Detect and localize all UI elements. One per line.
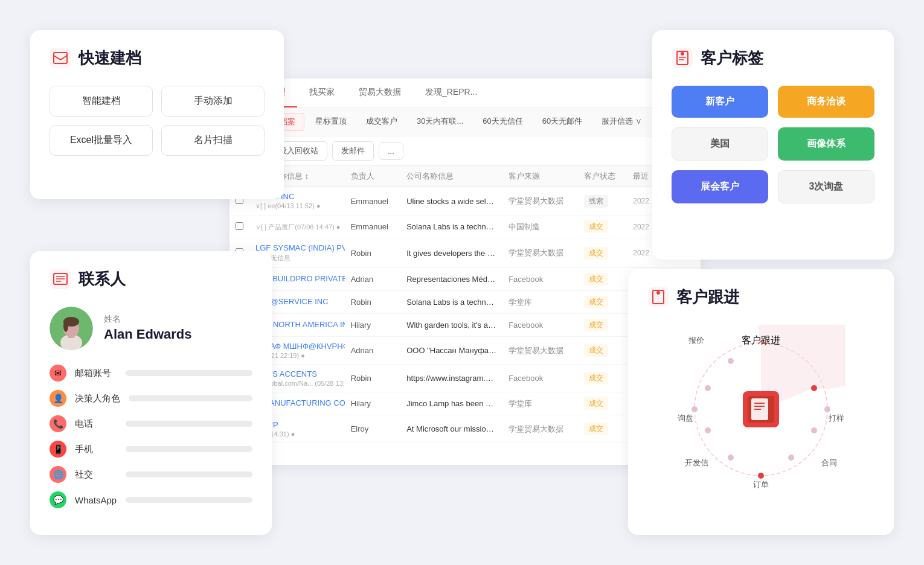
svg-point-25 [811,427,817,433]
contact-field-row: 📱 手机 [50,441,252,458]
crm-tab-find-buyer[interactable]: 找买家 [297,78,347,107]
row-origin: Facebook [502,365,578,392]
row-origin: 学堂库 [502,392,578,415]
field-label: 手机 [75,444,117,455]
field-bar [126,471,252,477]
field-label: 决策人角色 [75,393,120,404]
row-origin: 学堂贸易大数据 [502,415,578,443]
contact-name-block: 姓名 Alan Edwards [104,314,191,343]
tag-portrait-system[interactable]: 画像体系 [778,127,874,161]
tag-usa[interactable]: 美国 [672,127,768,161]
field-icon: ✉ [50,365,66,381]
row-source-desc: Uline stocks a wide selection of... [400,187,502,215]
followup-icon [647,286,669,308]
followup-card: 客户跟进 [628,269,894,535]
col-status: 客户状态 [578,166,627,187]
toolbar-email-btn[interactable]: 发邮件 [332,141,374,161]
quick-archive-title-text: 快速建档 [79,48,141,69]
contact-field-row: 💬 WhatsApp [50,491,252,508]
field-bar [126,446,252,452]
contact-field-row: 📞 电话 [50,415,252,432]
field-label: WhatsApp [75,495,117,505]
row-source-desc: Solana Labs is a technology co... [400,291,502,314]
row-owner: Adrian [345,268,401,291]
contact-header: 姓名 Alan Edwards [50,307,252,350]
crm-subtab-star[interactable]: 星标置顶 [307,113,355,131]
table-row[interactable]: ULINE INC ∨[ ] ee(04/13 11:52) ● Emmanue… [229,187,701,215]
col-owner: 负责人 [345,166,401,187]
svg-point-27 [758,473,764,479]
followup-title-text: 客户跟进 [676,287,739,308]
contact-name-label: 姓名 [104,314,191,325]
row-status: 成交 [578,238,627,268]
manual-add-btn[interactable]: 手动添加 [161,86,265,117]
row-source-desc: ООО "Нассан Мануфактурерс... [400,337,502,365]
toolbar-more-btn[interactable]: ... [379,142,403,160]
crm-subtab-open-dev[interactable]: 服开信选 ∨ [593,113,650,131]
row-checkbox[interactable] [229,215,249,238]
row-status: 成交 [578,314,627,337]
contact-icon [50,268,71,290]
label-baojia: 报价 [688,334,704,346]
row-status: 成交 [578,365,627,392]
row-owner: Adrian [345,337,401,365]
row-source-desc: At Microsoft our mission and va... [400,415,502,443]
svg-point-24 [824,406,830,412]
quick-archive-buttons: 智能建档 手动添加 Excel批量导入 名片扫描 [50,86,265,156]
field-label: 电话 [75,418,117,430]
row-owner: Robin [345,365,401,392]
row-owner: Emmanuel [345,215,401,238]
customer-tags-icon [672,47,693,69]
svg-point-18 [63,320,68,332]
row-owner: Hilary [345,314,401,337]
contact-field-row: 🌐 社交 [50,466,252,483]
row-owner: Elroy [345,443,401,444]
row-source-desc: It gives developers the confi de... [400,238,502,268]
svg-point-4 [681,52,684,56]
tag-business-talk[interactable]: 商务洽谈 [778,86,874,118]
crm-subtab-60day-no-reply[interactable]: 60天无信任 [474,113,531,131]
row-source-desc: Representaciones Médicas del ... [400,268,502,291]
row-source-desc: Solana Labs is a technology co... [400,215,502,238]
svg-point-26 [788,455,794,461]
contact-full-name: Alan Edwards [104,326,191,343]
followup-title: 客户跟进 [647,286,874,308]
label-baojia-genjin: 客户跟进 [742,334,780,347]
svg-point-29 [705,427,711,433]
row-status: 成交 [578,215,627,238]
row-company: ∨[ ] 产品展厂(07/08 14:47) ● [249,215,345,238]
crm-tab-trade-data[interactable]: 贸易大数据 [347,78,413,107]
field-label: 邮箱账号 [75,368,117,379]
contact-fields: ✉ 邮箱账号 👤 决策人角色 📞 电话 📱 手机 🌐 社交 💬 WhatsApp [50,365,252,508]
customer-tags-card: 客户标签 新客户 商务洽谈 美国 画像体系 展会客户 3次询盘 [652,30,894,260]
field-bar [126,421,252,427]
crm-subtab-60day-no-email[interactable]: 60天无邮件 [534,113,591,131]
contact-title: 联系人 [50,268,252,290]
crm-subtab-deal[interactable]: 成交客户 [358,113,406,131]
label-dayang: 打样 [829,412,844,424]
field-icon: 📞 [50,415,66,432]
card-scan-btn[interactable]: 名片扫描 [161,125,265,156]
table-row[interactable]: LGF SYSMAC (INDIA) PVT LTD ◎ 暂无信息 Robin … [229,238,701,268]
field-label: 社交 [75,469,117,480]
crm-subtab-30day[interactable]: 30天内有联... [408,113,472,131]
svg-point-30 [691,406,698,412]
crm-tab-discover[interactable]: 发现_REPR... [413,78,489,107]
svg-point-28 [728,455,734,461]
field-bar [126,370,252,376]
followup-chart: 客户跟进 报价 打样 合同 订单 开发信 询盘 [676,325,845,494]
tag-expo-customer[interactable]: 展会客户 [672,170,768,203]
excel-import-btn[interactable]: Excel批量导入 [50,125,153,156]
smart-archive-btn[interactable]: 智能建档 [50,86,153,117]
row-origin: Facebook [502,314,578,337]
svg-point-23 [811,385,817,391]
label-xunpan: 询盘 [678,412,693,424]
row-status: 成交 [578,415,627,443]
field-icon: 👤 [50,390,66,407]
tag-new-customer[interactable]: 新客户 [672,86,768,118]
table-row[interactable]: ∨[ ] 产品展厂(07/08 14:47) ● Emmanuel Solana… [229,215,701,238]
tag-inquiries[interactable]: 3次询盘 [778,170,874,203]
svg-point-31 [705,385,711,391]
crm-subtabs: 开有客户档案 星标置顶 成交客户 30天内有联... 60天无信任 60天无邮件… [229,108,701,136]
field-bar [129,395,252,401]
